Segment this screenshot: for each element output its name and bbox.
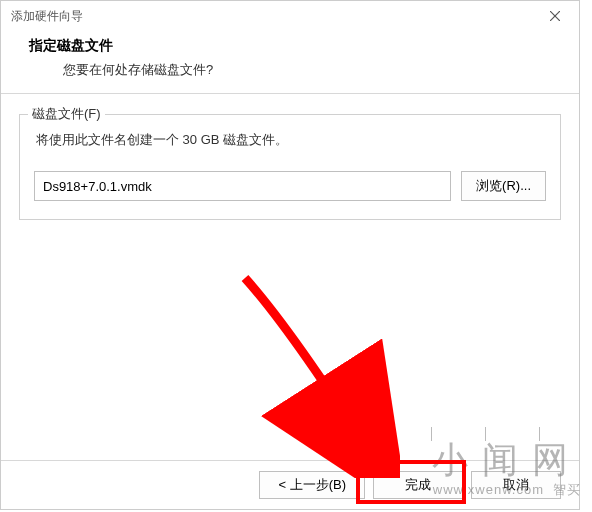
close-button[interactable]: [533, 2, 577, 30]
wizard-content: 磁盘文件(F) 将使用此文件名创建一个 30 GB 磁盘文件。 浏览(R)...: [1, 94, 579, 240]
close-icon: [550, 11, 560, 21]
header-title: 指定磁盘文件: [29, 37, 563, 55]
wizard-footer: < 上一步(B) 完成 取消: [1, 460, 579, 509]
wizard-header: 指定磁盘文件 您要在何处存储磁盘文件?: [1, 31, 579, 94]
back-button[interactable]: < 上一步(B): [259, 471, 365, 499]
browse-button[interactable]: 浏览(R)...: [461, 171, 546, 201]
cancel-button[interactable]: 取消: [471, 471, 561, 499]
fieldset-description: 将使用此文件名创建一个 30 GB 磁盘文件。: [34, 131, 546, 149]
fieldset-legend: 磁盘文件(F): [28, 105, 105, 123]
titlebar: 添加硬件向导: [1, 1, 579, 31]
file-row: 浏览(R)...: [34, 171, 546, 201]
window-title: 添加硬件向导: [11, 8, 83, 25]
header-subtitle: 您要在何处存储磁盘文件?: [29, 61, 563, 79]
disk-file-fieldset: 磁盘文件(F) 将使用此文件名创建一个 30 GB 磁盘文件。 浏览(R)...: [19, 114, 561, 220]
disk-filename-input[interactable]: [34, 171, 451, 201]
wizard-dialog: 添加硬件向导 指定磁盘文件 您要在何处存储磁盘文件? 磁盘文件(F) 将使用此文…: [0, 0, 580, 510]
finish-button[interactable]: 完成: [373, 471, 463, 499]
